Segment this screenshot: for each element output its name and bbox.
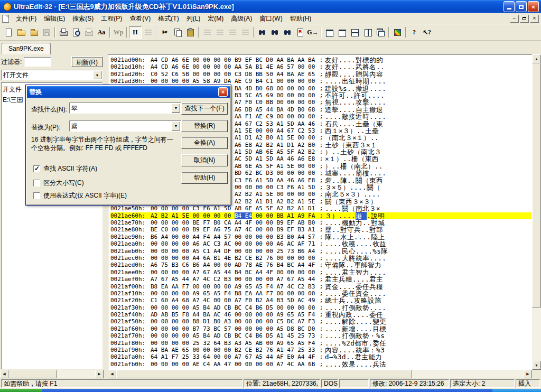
find-prev-button[interactable] [281,26,294,39]
menu-item[interactable]: 编辑(E) [40,13,69,24]
hex-row[interactable]: 0021aee0h:00 00 00 00 A7 67 A5 44 B4 BC … [110,269,531,276]
font-button[interactable]: Aa [95,26,108,39]
hex-row[interactable]: 0021ad20h:C0 52 C6 5B 00 00 00 00 C3 D8 … [110,71,531,78]
hex-row[interactable]: 0021aeb0h:00 00 00 00 A5 C1 A4 DF 00 00 … [110,248,531,255]
filter-input[interactable] [24,57,51,67]
checkbox-checked-icon[interactable] [33,165,40,172]
vertical-scrollbar[interactable]: ▲ ▼ [532,54,541,370]
hex-row[interactable]: 0021af10h:00 00 00 00 A9 65 A5 F4 B8 EA … [110,290,531,297]
menu-item[interactable]: 格式(T) [154,13,182,24]
close-button[interactable]: × [528,1,539,12]
split-vertical-button[interactable] [361,26,374,39]
child-close-button[interactable]: × [530,15,539,23]
hex-row[interactable]: 0021ae70h:00 00 00 00 BE F7 B0 CA A4 4F … [110,219,531,226]
child-minimize-button[interactable]: − [510,15,519,23]
hex-horizontal-scrollbar[interactable]: ◀ ▶ [108,370,532,378]
duplicate-window-button[interactable] [336,26,349,39]
hex-row[interactable]: 0021af60h:00 00 00 00 B7 73 BC 57 00 00 … [110,325,531,332]
hex-row[interactable]: 0021af40h:AD AB B5 F8 A4 BA AC 46 00 00 … [110,311,531,318]
find-next-button[interactable] [268,26,281,39]
split-horizontal-button[interactable] [349,26,361,39]
cut-button[interactable]: ✂ [158,26,171,39]
sidebar-scroll-thumb[interactable] [8,370,57,378]
menu-item[interactable]: 帮助(H) [286,13,315,24]
hex-mode-button[interactable]: H [129,26,142,39]
child-restore-button[interactable] [520,15,529,23]
hex-row[interactable]: 0021ad30h:00 00 00 00 A5 58 A9 DA AE C9 … [110,78,531,85]
hex-row[interactable]: 0021aec0h:00 00 00 00 A4 6A B1 4E B2 CE … [110,255,531,262]
save-button[interactable] [40,26,53,39]
paragraph-marks-button[interactable] [142,26,154,39]
hex-scroll-thumb[interactable] [116,370,412,378]
help-button[interactable]: 帮助(H) [181,172,228,184]
cancel-button[interactable]: 取消(N) [181,154,228,166]
new-file-button[interactable] [2,26,15,39]
menu-item[interactable]: 搜索(S) [69,13,97,24]
print-button[interactable] [57,26,70,39]
menu-item[interactable]: 宏(M) [204,13,227,24]
hex-row[interactable]: 0021ae80h:BE C0 00 00 B9 EF A6 75 A7 4C … [110,226,531,233]
hex-row[interactable]: 0021aed0h:A6 75 B3 C6 B6 A4 00 00 AD 78 … [110,262,531,268]
hex-row[interactable]: 0021aea0h:00 00 00 00 A6 AC C3 AC 00 00 … [110,240,531,247]
dialog-close-icon[interactable]: × [218,87,228,97]
refresh-button[interactable]: 刷新(R) [71,57,102,67]
replace-dialog-titlebar[interactable]: 替换 × [27,86,230,98]
menu-item[interactable]: 高级(A) [227,13,256,24]
chevron-down-icon[interactable]: ▼ [93,71,101,79]
hex-row[interactable]: 0021af20h:C1 60 A4 68 A7 4C 00 00 A7 F0 … [110,297,531,304]
hex-row[interactable]: 0021afb0h:00 00 00 00 AE C4 AA 47 00 00 … [110,361,531,368]
menu-item[interactable]: 文件(F) [12,13,40,24]
align-justify-button[interactable] [239,26,251,39]
hex-row[interactable]: 0021afa0h:64 A1 F7 25 33 64 00 00 A7 67 … [110,353,531,360]
start-button[interactable] [0,389,42,392]
context-help-button[interactable]: ↖? [421,26,433,39]
print-preview-button[interactable] [70,26,82,39]
hex-row[interactable]: 0021ad00h:A4 CD A6 6E 00 00 00 00 B9 EF … [110,57,531,63]
goto-button[interactable]: G→ [306,26,319,39]
new-window-button[interactable] [323,26,336,39]
menu-item[interactable]: 窗口(W) [256,13,286,24]
find-what-combo[interactable]: 翠 ▼ [69,102,181,114]
hex-row[interactable]: 0021ae50h:00 00 00 00 C3 F6 A1 5D AB 6E … [110,205,531,212]
find-button[interactable] [256,26,268,39]
replace-button[interactable] [294,26,306,39]
minimize-button[interactable] [503,1,515,12]
align-right-button[interactable] [226,26,239,39]
tab-san9pk[interactable]: San9PK.exe [2,43,51,54]
open-file-button[interactable] [15,26,27,39]
hex-row[interactable]: 0021af30h:00 00 00 00 A5 B4 AD CB BC C4 … [110,304,531,311]
hex-row[interactable]: 0021aef0h:A7 67 A5 44 A7 4C C2 B3 00 00 … [110,276,531,283]
scroll-down-icon[interactable]: ▼ [532,361,541,370]
hex-row-highlighted[interactable]: 0021ae60h:A2 B2 A1 5E 00 00 00 00 B4 E4 … [110,212,531,219]
find-next-button[interactable]: 查找下一个(F) [181,102,228,115]
scroll-up-icon[interactable]: ▲ [532,54,541,63]
chevron-down-icon[interactable]: ▼ [172,104,180,113]
paste-button[interactable] [184,26,197,39]
print-setup-button[interactable] [82,26,95,39]
scroll-right-icon[interactable]: ▶ [95,370,104,378]
hex-row[interactable]: 0021af70h:00 00 00 00 A5 B4 AD CB BC C4 … [110,332,531,339]
scroll-right-icon[interactable]: ▶ [524,370,532,378]
replace-with-combo[interactable]: 躇 ▼ [69,120,181,132]
hex-row[interactable]: 0021af00h:B8 EA AA F7 00 00 00 00 A9 65 … [110,283,531,290]
scroll-left-icon[interactable]: ◀ [108,370,116,378]
hex-row[interactable]: 0021af80h:00 00 00 00 25 32 64 B3 A3 A5 … [110,340,531,347]
maximize-button[interactable] [516,1,527,12]
align-left-button[interactable] [201,26,213,39]
replace-one-button[interactable]: 替换(R) [181,120,228,132]
hex-row[interactable]: 0021af50h:00 00 00 00 B8 D1 B0 A3 00 00 … [110,318,531,325]
vertical-scroll-thumb[interactable] [532,63,541,307]
hex-row[interactable]: 0021af90h:A4 BA AE 65 00 00 00 00 B2 CE … [110,347,531,353]
checkbox-unchecked-icon[interactable] [33,192,40,199]
syntax-color-button[interactable] [391,26,404,39]
copy-button[interactable] [171,26,184,39]
word-wrap-button[interactable]: Wp [112,26,125,39]
close-file-button[interactable] [27,26,40,39]
menu-item[interactable]: 工程(P) [97,13,126,24]
replace-all-button[interactable]: 全换(A) [181,137,228,149]
menu-item[interactable]: 列(L) [183,13,204,24]
file-view-combo[interactable]: 打开文件 ▼ [1,70,102,80]
sidebar-horizontal-scrollbar[interactable]: ◀ ▶ [0,370,104,378]
chevron-down-icon[interactable]: ▼ [172,122,180,130]
checkbox-unchecked-icon[interactable] [33,180,40,186]
